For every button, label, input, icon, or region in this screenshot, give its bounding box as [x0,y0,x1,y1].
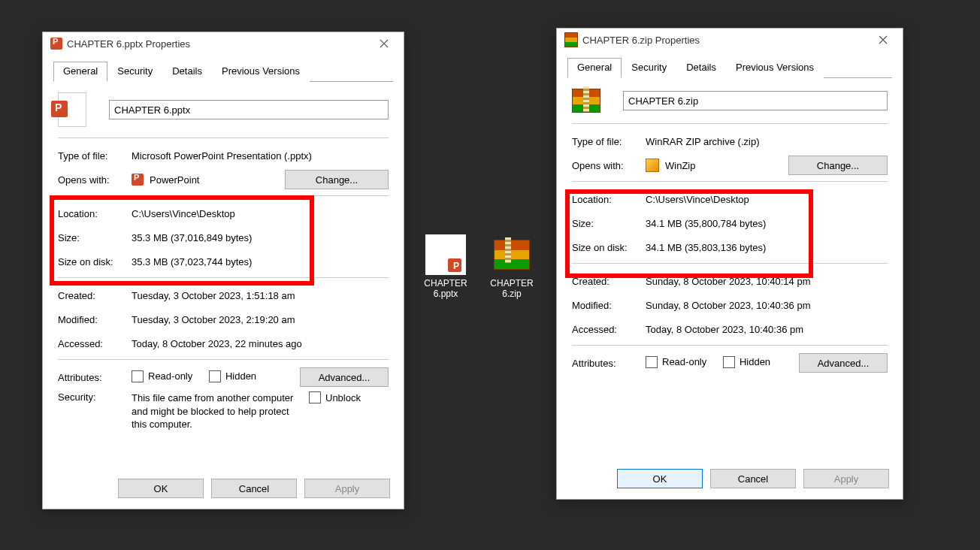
tab-general[interactable]: General [567,58,622,78]
tab-security[interactable]: Security [107,62,162,82]
cancel-button[interactable]: Cancel [710,469,796,488]
tabs: General Security Details Previous Versio… [53,61,393,82]
label-location: Location: [58,208,132,219]
window-title: CHAPTER 6.zip Properties [578,35,870,46]
close-button[interactable] [371,33,398,54]
tab-previous-versions[interactable]: Previous Versions [212,62,310,82]
value-location: C:\Users\Vince\Desktop [646,194,888,205]
label-type-of-file: Type of file: [58,150,132,162]
tab-details[interactable]: Details [676,58,726,78]
label-modified: Modified: [572,300,646,311]
cancel-button[interactable]: Cancel [211,479,297,498]
value-type-of-file: Microsoft PowerPoint Presentation (.pptx… [132,150,389,162]
label-created: Created: [58,290,132,301]
value-accessed: Today, 8 October 2023, 22 minutes ago [132,338,389,349]
advanced-button[interactable]: Advanced... [300,367,389,387]
value-size-on-disk: 34.1 MB (35,803,136 bytes) [646,242,888,253]
unblock-checkbox[interactable]: Unblock [309,391,361,403]
titlebar[interactable]: CHAPTER 6.zip Properties [557,29,903,51]
filename-input[interactable]: CHAPTER 6.zip [623,91,888,110]
apply-button[interactable]: Apply [304,479,390,498]
tab-security[interactable]: Security [622,58,676,78]
desktop-icon-zip[interactable]: CHAPTER 6.zip [484,234,540,299]
tab-details[interactable]: Details [162,62,212,82]
close-icon [879,35,888,44]
label-size-on-disk: Size on disk: [58,256,132,267]
pptx-file-icon: P [425,234,466,275]
winzip-app-icon [646,159,659,172]
value-opens-with: WinZip [665,160,695,171]
value-size: 34.1 MB (35,800,784 bytes) [646,218,888,229]
file-large-icon [58,92,86,127]
close-icon [380,39,389,48]
close-button[interactable] [870,29,897,50]
label-accessed: Accessed: [58,338,132,349]
value-accessed: Today, 8 October 2023, 10:40:36 pm [646,324,888,335]
label-modified: Modified: [58,314,132,325]
change-button[interactable]: Change... [285,170,389,189]
properties-dialog-zip: CHAPTER 6.zip Properties General Securit… [556,28,903,500]
label-opens-with: Opens with: [572,160,646,171]
hidden-checkbox[interactable]: Hidden [209,370,256,382]
label-size: Size: [572,218,646,229]
zip-icon [564,32,578,47]
value-opens-with: PowerPoint [150,174,199,186]
readonly-checkbox[interactable]: Read-only [646,356,706,368]
ok-button[interactable]: OK [617,469,703,488]
tab-previous-versions[interactable]: Previous Versions [726,58,824,78]
desktop-icon-pptx[interactable]: P CHAPTER 6.pptx [418,234,473,299]
tab-general[interactable]: General [53,62,107,82]
change-button[interactable]: Change... [788,156,888,175]
advanced-button[interactable]: Advanced... [799,353,888,373]
label-attributes: Attributes: [572,358,646,369]
label-opens-with: Opens with: [58,174,132,186]
properties-dialog-pptx: CHAPTER 6.pptx Properties General Securi… [42,32,404,509]
label-type-of-file: Type of file: [572,136,646,147]
label-size-on-disk: Size on disk: [572,242,646,253]
label-security: Security: [58,391,132,403]
value-security-msg: This file came from another computer and… [132,391,304,431]
value-created: Tuesday, 3 October 2023, 1:51:18 am [132,290,389,301]
value-modified: Sunday, 8 October 2023, 10:40:36 pm [646,300,888,311]
value-size: 35.3 MB (37,016,849 bytes) [132,232,389,243]
hidden-checkbox[interactable]: Hidden [723,356,770,368]
value-type-of-file: WinRAR ZIP archive (.zip) [646,136,888,147]
label-accessed: Accessed: [572,324,646,335]
value-location: C:\Users\Vince\Desktop [132,208,389,219]
window-title: CHAPTER 6.pptx Properties [62,38,371,50]
value-size-on-disk: 35.3 MB (37,023,744 bytes) [132,256,389,267]
file-large-icon [572,89,600,113]
powerpoint-app-icon [132,174,144,186]
pptx-icon [50,38,62,50]
label-attributes: Attributes: [58,372,132,383]
zip-file-icon [492,234,532,275]
readonly-checkbox[interactable]: Read-only [132,370,192,382]
apply-button[interactable]: Apply [803,469,889,488]
value-modified: Tuesday, 3 October 2023, 2:19:20 am [132,314,389,325]
desktop-icon-label: CHAPTER 6.pptx [418,278,473,299]
value-created: Sunday, 8 October 2023, 10:40:14 pm [646,276,888,287]
label-created: Created: [572,276,646,287]
filename-input[interactable]: CHAPTER 6.pptx [109,100,389,119]
ok-button[interactable]: OK [118,479,204,498]
titlebar[interactable]: CHAPTER 6.pptx Properties [43,32,404,55]
desktop-icon-label: CHAPTER 6.zip [484,278,540,299]
tabs: General Security Details Previous Versio… [567,57,892,78]
label-size: Size: [58,232,132,243]
label-location: Location: [572,194,646,205]
